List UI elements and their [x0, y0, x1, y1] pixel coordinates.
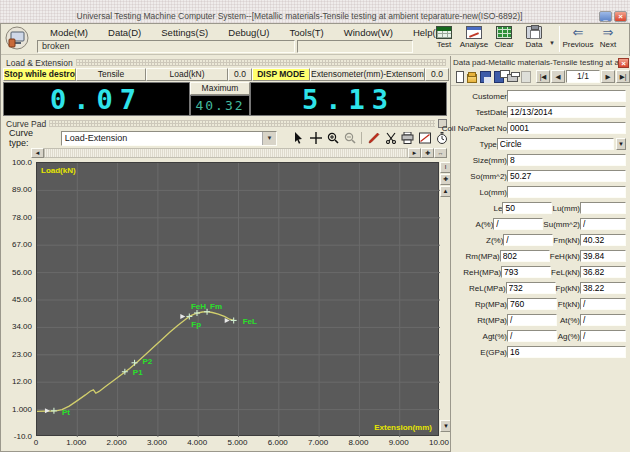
menu-item-tools-t[interactable]: Tools(T) — [286, 26, 326, 39]
field-input-ag[interactable] — [580, 330, 626, 342]
chart-plot[interactable]: PtP1P2FpFeHFmFeL Load(kN) Extension(mm) — [36, 162, 439, 436]
field-input-z[interactable] — [503, 234, 553, 246]
toolbar-button-next[interactable]: ⇒Next — [593, 25, 623, 49]
field-label-su-mm-2: Su(mm^2) — [543, 220, 580, 229]
toolbar-button-label: Clear — [494, 40, 513, 49]
field-input-rm-mpa[interactable] — [500, 250, 550, 262]
field-input-type[interactable] — [497, 138, 614, 150]
toolbar-button-label: Test — [437, 40, 452, 49]
field-input-testdate[interactable] — [507, 106, 626, 118]
save-as-icon[interactable] — [494, 71, 504, 83]
chevron-down-icon[interactable]: ▼ — [616, 138, 626, 150]
first-record-button[interactable]: |◀ — [536, 70, 550, 83]
data-pad-close-icon[interactable]: × — [618, 58, 629, 68]
print-icon[interactable] — [507, 74, 517, 82]
field-input-size-mm[interactable] — [507, 154, 626, 166]
scroll-left-icon[interactable]: ◄ — [31, 148, 44, 158]
toolbar-button-test[interactable]: Test — [429, 25, 459, 49]
new-document-icon[interactable] — [456, 71, 464, 83]
toolbar-button-previous[interactable]: ⇐Previous — [563, 25, 593, 49]
field-input-so-mm-2[interactable] — [507, 170, 626, 182]
last-record-button[interactable]: ▶| — [616, 70, 630, 83]
scissors-icon[interactable] — [383, 131, 398, 145]
curve-line-load-extension — [37, 312, 234, 412]
toolbar-dropdown-icon[interactable]: ▼ — [549, 40, 555, 46]
field-input-agt[interactable] — [507, 330, 557, 342]
y-axis-tick: 89.00 — [12, 185, 32, 194]
x-axis-tick: 2.000 — [107, 438, 127, 447]
timer-icon[interactable] — [434, 131, 449, 145]
arrow-left-icon: ⇐ — [573, 26, 584, 39]
save-icon[interactable] — [480, 71, 490, 83]
application-window: Universal Testing Machine Computer Syste… — [0, 0, 630, 452]
left-column: Load & Extension Stop while destroy Tens… — [1, 56, 450, 452]
field-input-lo-mm[interactable] — [507, 186, 626, 198]
toolbar-button-clear[interactable]: Clear — [489, 25, 519, 49]
field-input-e-gpa[interactable] — [507, 346, 626, 358]
window-titlebar[interactable]: Universal Testing Machine Computer Syste… — [0, 9, 630, 23]
marker-label-feh: FeH — [191, 302, 206, 311]
next-record-button[interactable]: ▶ — [601, 70, 615, 83]
field-input-fm-kn[interactable] — [580, 234, 626, 246]
field-input-customer[interactable] — [507, 90, 626, 102]
field-input-fel-kn[interactable] — [580, 266, 626, 278]
zoom-out-icon[interactable] — [342, 131, 357, 145]
data-pad-toolbar: |◀ ◀ 1/1 ▶ ▶| — [451, 68, 630, 86]
curve-type-select[interactable]: Load-Extension ▼ — [61, 131, 277, 146]
field-label-lu-mm: Lu(mm) — [552, 204, 580, 213]
y-axis-tick: 12.00 — [12, 377, 32, 386]
field-label-z: Z(%) — [451, 236, 503, 245]
verify-icon — [521, 71, 531, 83]
form-row: So(mm^2) — [451, 170, 628, 182]
record-navigator: |◀ ◀ 1/1 ▶ ▶| — [536, 70, 630, 83]
form-row: ReL(MPa)Fp(kN) — [451, 282, 628, 294]
close-button[interactable]: × — [614, 11, 627, 22]
menu-item-window-w[interactable]: Window(W) — [341, 26, 396, 39]
y-axis: 100.089.0078.0067.0056.0045.0034.0023.00… — [3, 158, 34, 432]
field-input-fp-kn[interactable] — [580, 282, 626, 294]
field-input-rel-mpa[interactable] — [506, 282, 556, 294]
field-input-a[interactable] — [493, 218, 543, 230]
scroll-right-icon[interactable]: ► — [408, 148, 421, 158]
field-input-le[interactable] — [502, 202, 552, 214]
open-folder-icon[interactable] — [467, 74, 477, 83]
report-chart-icon[interactable] — [417, 131, 432, 145]
crosshair-icon[interactable] — [308, 131, 323, 145]
form-row: A(%)Su(mm^2) — [451, 218, 628, 230]
zoom-in-icon[interactable] — [325, 131, 340, 145]
x-axis-tick: 4.000 — [187, 438, 207, 447]
field-input-rt-mpa[interactable] — [507, 314, 557, 326]
menu-item-settings-s[interactable]: Settings(S) — [158, 26, 211, 39]
y-axis-tick: 78.00 — [12, 213, 32, 222]
form-row: Rm(MPa)FeH(kN) — [451, 250, 628, 262]
field-input-coil-no-packet-no[interactable] — [507, 122, 626, 134]
chevron-down-icon[interactable]: ▼ — [262, 132, 276, 145]
minimize-button[interactable]: _ — [599, 11, 612, 22]
expand-plus-icon[interactable]: ✚ — [421, 148, 434, 158]
y-axis-label: Load(kN) — [41, 166, 76, 175]
marker-label-p1: P1 — [133, 368, 143, 377]
menu-item-debug-u[interactable]: Debug(U) — [225, 26, 272, 39]
menu-item-mode-m[interactable]: Mode(M) — [47, 26, 91, 39]
select-cursor-icon[interactable] — [291, 131, 306, 145]
field-input-ft-kn[interactable] — [580, 298, 626, 310]
field-input-at[interactable] — [580, 314, 626, 326]
previous-record-button[interactable]: ◀ — [551, 70, 565, 83]
printer-icon[interactable] — [400, 131, 415, 145]
field-input-feh-kn[interactable] — [580, 250, 626, 262]
form-row: E(GPa) — [451, 346, 628, 358]
fit-width-icon[interactable]: ↔ — [434, 148, 447, 158]
field-input-lu-mm[interactable] — [580, 202, 626, 214]
field-label-a: A(%) — [451, 220, 493, 229]
extensometer-digital-display: 5.13 — [250, 82, 447, 116]
field-label-feh-kn: FeH(kN) — [550, 252, 580, 261]
pen-icon[interactable] — [366, 131, 381, 145]
field-input-rp-mpa[interactable] — [507, 298, 557, 310]
scrollbar-track[interactable] — [44, 148, 408, 158]
field-input-reh-mpa[interactable] — [501, 266, 551, 278]
field-input-su-mm-2[interactable] — [580, 218, 626, 230]
toolbar-button-data[interactable]: Data — [519, 25, 549, 49]
toolbar-button-analyse[interactable]: Analyse — [459, 25, 489, 49]
menu-item-data-d[interactable]: Data(D) — [105, 26, 144, 39]
status-row: broken — [37, 40, 429, 53]
